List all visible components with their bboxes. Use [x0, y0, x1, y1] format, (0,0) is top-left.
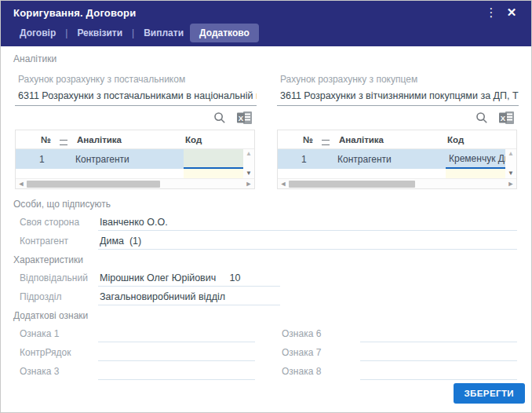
buyer-account-label: Рахунок розрахунку з покупцем — [280, 74, 517, 85]
scroll-right-icon[interactable]: ► — [243, 179, 254, 189]
col-header-code[interactable]: Код — [446, 135, 505, 144]
tab-dogovir[interactable]: Договір — [13, 24, 62, 42]
dialog-content: Аналітики Рахунок розрахунку з постачаль… — [1, 46, 531, 381]
supplier-analytics-table: № Аналітика Код 1 Контрагенти — [15, 130, 255, 189]
kontrryadok-label: КонтрРядок — [20, 347, 98, 361]
responsible-label: Відповідальний — [20, 272, 98, 287]
oznaka-1-label: Ознака 1 — [20, 328, 98, 342]
field-kontrryadok: КонтрРядок — [20, 345, 255, 361]
buyer-account-input[interactable] — [277, 89, 519, 106]
horizontal-scroll-thumb[interactable] — [289, 181, 415, 188]
scroll-down-icon[interactable]: ▼ — [508, 170, 514, 177]
excel-export-icon[interactable]: X — [499, 111, 514, 124]
scroll-right-icon[interactable]: ► — [505, 179, 516, 189]
scroll-left-icon[interactable]: ◄ — [16, 179, 27, 189]
characteristics-section: Характеристики Відповідальний Підрозділ — [13, 254, 517, 305]
department-input[interactable] — [98, 290, 280, 305]
field-department: Підрозділ — [20, 289, 517, 305]
extra-section: Додаткові ознаки Ознака 1 КонтрРядок Озн… — [13, 310, 517, 381]
analytics-section-label: Аналітики — [13, 53, 517, 64]
extra-columns: Ознака 1 КонтрРядок Ознака 3 Ознака 4 — [13, 326, 517, 381]
partial-code-cell — [184, 169, 243, 178]
analytics-columns: Рахунок розрахунку з постачальником X № — [13, 69, 517, 189]
field-oznaka-7: Ознака 7 — [282, 345, 517, 361]
field-oznaka-8: Ознака 8 — [282, 364, 517, 380]
own-side-input[interactable] — [98, 215, 517, 231]
table-row[interactable]: 1 Контрагенти Кременчук Ди — [278, 149, 516, 169]
scroll-up-icon[interactable]: ▲ — [508, 151, 514, 157]
table-row[interactable]: 1 Контрагенти — [16, 149, 254, 169]
kontrryadok-input[interactable] — [98, 345, 255, 361]
excel-export-icon[interactable]: X — [237, 111, 252, 124]
horizontal-scrollbar[interactable]: ◄ ► — [278, 178, 516, 188]
col-header-analytic[interactable]: Аналітика — [75, 135, 184, 144]
vertical-scrollbar[interactable]: ▲ ▼ — [243, 149, 254, 178]
row-num-cell: 1 — [301, 154, 320, 165]
tab-rekvizyty[interactable]: Реквізити — [71, 24, 129, 42]
field-responsible: Відповідальний — [20, 270, 517, 287]
search-icon[interactable] — [213, 111, 226, 124]
window-title: Коригування. Договори — [13, 7, 136, 19]
tab-dodatkovo-active[interactable]: Додатково — [190, 24, 259, 42]
search-icon[interactable] — [476, 111, 488, 124]
col-header-num[interactable]: № — [301, 135, 320, 144]
buyer-column: Рахунок розрахунку з покупцем X № — [275, 69, 517, 189]
field-oznaka-6: Ознака 6 — [282, 326, 517, 342]
col-header-code[interactable]: Код — [184, 135, 243, 144]
tab-separator: | — [62, 27, 71, 38]
kebab-menu-icon[interactable]: ⋮ — [481, 1, 501, 24]
own-side-label: Своя сторона — [20, 217, 98, 231]
supplier-account-input[interactable] — [15, 89, 257, 106]
oznaka-3-label: Ознака 3 — [20, 366, 98, 380]
department-label: Підрозділ — [20, 291, 98, 305]
col-header-num[interactable]: № — [39, 135, 58, 144]
extra-section-label: Додаткові ознаки — [13, 310, 517, 321]
counterparty-label: Контрагент — [20, 236, 98, 250]
extra-right-column: Ознака 6 Ознака 7 Ознака 8 Ознака 9 — [275, 326, 517, 381]
row-code-cell-editing[interactable]: Кременчук Ди — [446, 149, 505, 169]
tab-vyplaty[interactable]: Виплати — [137, 24, 190, 42]
field-oznaka-1: Ознака 1 — [20, 326, 255, 342]
horizontal-scroll-thumb[interactable] — [27, 181, 160, 188]
col-header-analytic[interactable]: Аналітика — [337, 135, 446, 144]
table-header-row: № Аналітика Код — [278, 130, 516, 149]
save-button[interactable]: ЗБЕРЕГТИ — [454, 383, 526, 404]
row-num-cell: 1 — [39, 154, 58, 165]
field-oznaka-3: Ознака 3 — [20, 364, 255, 380]
characteristics-section-label: Характеристики — [13, 254, 517, 265]
svg-text:X: X — [239, 114, 244, 122]
dialog-window: Коригування. Договори ⋮ ✕ Договір | Рекв… — [0, 0, 532, 413]
row-code-cell-editing[interactable] — [184, 149, 243, 169]
field-own-side: Своя сторона — [20, 214, 517, 231]
table-partial-row[interactable] — [16, 169, 254, 178]
oznaka-8-input[interactable] — [360, 364, 517, 380]
oznaka-1-input[interactable] — [98, 327, 255, 342]
scroll-down-icon[interactable]: ▼ — [246, 170, 252, 177]
vertical-scrollbar[interactable]: ▲ ▼ — [505, 149, 516, 178]
supplier-column: Рахунок розрахунку з постачальником X № — [13, 69, 255, 189]
oznaka-7-label: Ознака 7 — [282, 347, 360, 361]
oznaka-6-label: Ознака 6 — [282, 328, 360, 342]
dialog-footer: ЗБЕРЕГТИ — [1, 381, 531, 412]
signers-section: Особи, що підписують Своя сторона Контра… — [13, 199, 517, 250]
scroll-up-icon[interactable]: ▲ — [246, 151, 252, 157]
supplier-toolbar: X — [13, 108, 252, 128]
oznaka-6-input[interactable] — [360, 327, 517, 342]
row-analytic-cell: Контрагенти — [75, 154, 184, 165]
scroll-left-icon[interactable]: ◄ — [278, 179, 289, 189]
supplier-account-label: Рахунок розрахунку з постачальником — [18, 74, 255, 85]
extra-left-column: Ознака 1 КонтрРядок Ознака 3 Ознака 4 — [13, 326, 255, 381]
signers-section-label: Особи, що підписують — [13, 199, 517, 210]
tab-bar: Договір | Реквізити | Виплати Додатково — [1, 24, 531, 46]
partial-code-cell — [446, 169, 505, 178]
counterparty-input[interactable] — [98, 234, 517, 250]
field-counterparty: Контрагент — [20, 233, 517, 250]
svg-text:X: X — [501, 114, 506, 122]
tab-separator: | — [129, 27, 137, 38]
oznaka-7-input[interactable] — [360, 345, 517, 361]
oznaka-3-input[interactable] — [98, 364, 255, 380]
table-partial-row[interactable] — [278, 169, 516, 178]
responsible-input[interactable] — [98, 271, 280, 287]
close-icon[interactable]: ✕ — [501, 1, 522, 24]
horizontal-scrollbar[interactable]: ◄ ► — [16, 178, 254, 188]
